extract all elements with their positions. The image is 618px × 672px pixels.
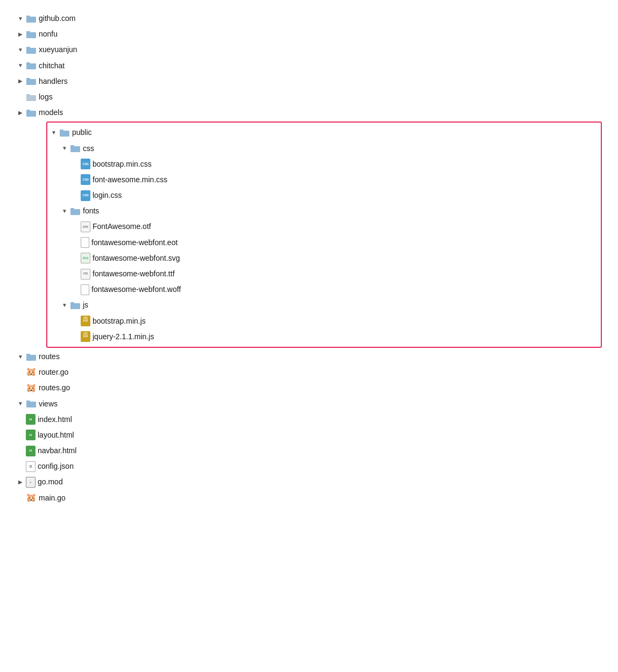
toggle-css[interactable] [60,144,69,153]
toggle-github[interactable] [16,15,25,23]
label-go-mod: go.mod [38,475,63,489]
folder-icon-xueyuanjun [26,45,37,55]
label-handlers: handlers [39,75,68,88]
folder-icon-models [26,108,37,118]
tree-item-fontawesome-svg[interactable]: SVG fontawesome-webfont.svg [47,251,596,266]
tree-item-views[interactable]: views [16,396,602,412]
label-layout-html: layout.html [38,428,74,442]
tree-item-go-mod[interactable]: ≡ go.mod [16,474,602,490]
label-public: public [72,126,92,139]
label-css: css [83,142,94,155]
folder-icon-css [70,143,81,154]
svg-rect-13 [26,110,30,112]
label-fontawesome-css: font-awesome.min.css [93,173,167,187]
folder-icon-logs [26,92,37,103]
tree-item-fontawesome-woff[interactable]: fontawesome-webfont.woff [47,282,596,297]
tree-item-index-html[interactable]: H index.html [16,412,602,427]
svg-rect-1 [26,16,30,18]
tree-item-bootstrap-js[interactable]: 101 0JS bootstrap.min.js [47,313,596,329]
folder-icon-routes [26,352,37,362]
folder-icon-handlers [26,76,37,87]
folder-icon-chitchat [26,60,37,71]
tree-item-chitchat[interactable]: chitchat [16,58,602,74]
tree-item-navbar-html[interactable]: H navbar.html [16,443,602,459]
toggle-handlers[interactable] [16,77,25,85]
tree-item-config-json[interactable]: {} config.json [16,459,602,474]
tree-item-routes[interactable]: routes [16,349,602,364]
svg-rect-19 [70,208,74,210]
tree-item-logs[interactable]: logs [16,89,602,105]
label-fontawesome-svg: fontawesome-webfont.svg [93,252,180,265]
label-xueyuanjun: xueyuanjun [39,43,77,56]
generic-file-icon-woff [81,284,89,295]
label-login-css: login.css [93,189,122,202]
go-file-icon-routes: 🐹 [26,383,37,394]
tree-item-login-css[interactable]: CSS login.css [47,188,596,203]
tree-item-fontawesome-css[interactable]: CSS font-awesome.min.css [47,172,596,188]
tree-item-handlers[interactable]: handlers [16,74,602,89]
label-js: js [83,298,88,312]
label-fontawesome-eot: fontawesome-webfont.eot [91,236,177,249]
tree-item-github[interactable]: github.com [16,11,602,26]
tree-item-models[interactable]: models [16,105,602,120]
label-github: github.com [39,12,75,25]
css-file-icon-login: CSS [81,190,90,201]
otf-file-icon: OTF [81,221,90,232]
svg-rect-21 [70,302,74,304]
toggle-chitchat[interactable] [16,61,25,70]
svg-file-icon: SVG [81,253,90,263]
tree-item-fontawesome-otf[interactable]: OTF FontAwesome.otf [47,219,596,234]
label-models: models [39,106,63,119]
generic-file-icon-eot [81,237,89,248]
svg-rect-3 [26,31,30,33]
toggle-go-mod[interactable] [16,478,25,487]
json-file-icon-config: {} [26,461,35,472]
js-file-icon-jquery: 101 0JS [81,331,90,342]
tree-item-js[interactable]: js [47,297,596,313]
label-routes-go: routes.go [39,381,70,395]
tree-item-fonts[interactable]: fonts [47,203,596,219]
go-file-icon-router: 🐹 [26,367,37,378]
toggle-nonfu[interactable] [16,30,25,39]
label-nonfu: nonfu [39,27,58,41]
folder-icon-public [59,127,70,138]
tree-item-css[interactable]: css [47,141,596,156]
go-file-icon-main: 🐹 [26,492,37,503]
folder-icon-fonts [70,206,81,217]
svg-rect-17 [70,145,74,147]
svg-rect-25 [26,401,30,403]
tree-item-xueyuanjun[interactable]: xueyuanjun [16,42,602,58]
label-fontawesome-ttf: fontawesome-webfont.ttf [93,267,175,281]
tree-item-routes-go[interactable]: 🐹 routes.go [16,380,602,396]
tree-item-router-go[interactable]: 🐹 router.go [16,364,602,380]
file-tree: github.com nonfu xueyuanjun [16,11,602,506]
tree-item-bootstrap-css[interactable]: CSS bootstrap.min.css [47,156,596,172]
css-file-icon-bootstrap: CSS [81,159,90,169]
folder-icon-nonfu [26,29,37,40]
svg-rect-5 [26,47,30,49]
toggle-js[interactable] [60,301,69,310]
tree-item-layout-html[interactable]: H layout.html [16,427,602,443]
label-main-go: main.go [39,491,66,505]
tree-item-public[interactable]: public [47,125,596,140]
toggle-xueyuanjun[interactable] [16,46,25,54]
tree-item-nonfu[interactable]: nonfu [16,26,602,42]
toggle-routes[interactable] [16,353,25,361]
svg-rect-23 [26,354,30,356]
folder-icon-views [26,398,37,409]
tree-item-jquery-js[interactable]: 101 0JS jquery-2.1.1.min.js [47,329,596,345]
tree-item-main-go[interactable]: 🐹 main.go [16,490,602,506]
html-file-icon-layout: H [26,430,35,440]
tree-item-fontawesome-ttf[interactable]: TTF fontawesome-webfont.ttf [47,266,596,282]
label-navbar-html: navbar.html [38,444,76,457]
toggle-fonts[interactable] [60,207,69,216]
folder-icon-github [26,13,37,24]
toggle-views[interactable] [16,399,25,408]
label-router-go: router.go [39,366,68,379]
toggle-models[interactable] [16,109,25,117]
label-bootstrap-js: bootstrap.min.js [93,314,146,328]
svg-rect-9 [26,78,30,80]
label-chitchat: chitchat [39,59,65,73]
tree-item-fontawesome-eot[interactable]: fontawesome-webfont.eot [47,235,596,251]
toggle-public[interactable] [49,128,58,137]
